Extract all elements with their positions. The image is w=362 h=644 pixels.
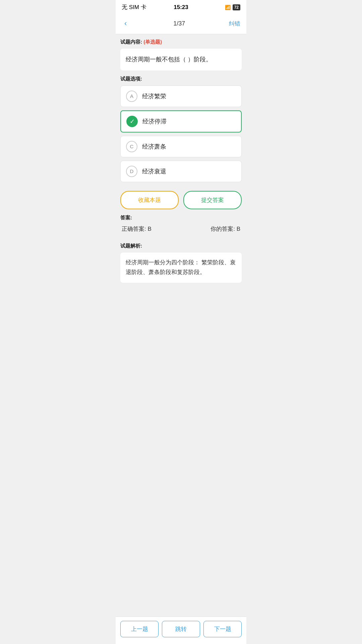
bottom-nav: 上一题 跳转 下一题 xyxy=(116,616,246,644)
question-section: 试题内容: (单选题) 经济周期一般不包括（ ）阶段。 xyxy=(116,34,246,70)
answer-label: 答案: xyxy=(120,215,242,221)
status-icons: 📶 72 xyxy=(225,4,240,10)
option-d-text: 经济衰退 xyxy=(142,167,166,175)
back-button[interactable]: ‹ xyxy=(122,18,129,29)
question-text: 经济周期一般不包括（ ）阶段。 xyxy=(120,49,242,70)
option-a-circle: A xyxy=(126,91,137,102)
your-answer: 你的答案: B xyxy=(210,225,240,233)
status-bar: 无 SIM 卡 15:23 📶 72 xyxy=(116,0,246,13)
sim-status: 无 SIM 卡 xyxy=(122,3,146,11)
prev-button[interactable]: 上一题 xyxy=(120,621,159,637)
option-c-circle: C xyxy=(126,141,137,152)
options-label: 试题选项: xyxy=(120,76,242,82)
battery-indicator: 72 xyxy=(233,4,240,10)
options-section: 试题选项: A 经济繁荣 ✓ 经济停滞 C 经济萧条 D 经济衰退 xyxy=(116,76,246,182)
next-button[interactable]: 下一题 xyxy=(203,621,242,637)
option-d[interactable]: D 经济衰退 xyxy=(120,161,242,182)
analysis-label: 试题解析: xyxy=(120,243,242,249)
time-display: 15:23 xyxy=(174,4,188,11)
option-a[interactable]: A 经济繁荣 xyxy=(120,86,242,107)
analysis-section: 试题解析: 经济周期一般分为四个阶段： 繁荣阶段、衰退阶段、萧条阶段和复苏阶段。 xyxy=(116,243,246,287)
question-section-label: 试题内容: (单选题) xyxy=(120,39,242,45)
option-c[interactable]: C 经济萧条 xyxy=(120,136,242,157)
nav-bar: ‹ 1/37 纠错 xyxy=(116,13,246,34)
error-report-button[interactable]: 纠错 xyxy=(229,20,240,28)
option-d-circle: D xyxy=(126,166,137,177)
question-type-tag: (单选题) xyxy=(143,39,162,45)
main-content: 试题内容: (单选题) 经济周期一般不包括（ ）阶段。 试题选项: A 经济繁荣… xyxy=(116,34,246,616)
correct-answer: 正确答案: B xyxy=(122,225,152,233)
answer-row: 正确答案: B 你的答案: B xyxy=(120,225,242,233)
submit-button[interactable]: 提交答案 xyxy=(183,191,242,209)
collect-button[interactable]: 收藏本题 xyxy=(120,191,179,209)
option-c-text: 经济萧条 xyxy=(142,143,166,151)
analysis-text: 经济周期一般分为四个阶段： 繁荣阶段、衰退阶段、萧条阶段和复苏阶段。 xyxy=(120,253,242,283)
answer-section: 答案: 正确答案: B 你的答案: B xyxy=(116,215,246,243)
option-b-text: 经济停滞 xyxy=(142,117,167,125)
nav-progress: 1/37 xyxy=(173,20,185,27)
action-row: 收藏本题 提交答案 xyxy=(116,185,246,215)
option-b[interactable]: ✓ 经济停滞 xyxy=(120,110,242,132)
option-b-circle: ✓ xyxy=(126,116,138,127)
jump-button[interactable]: 跳转 xyxy=(162,621,200,637)
wifi-icon: 📶 xyxy=(225,5,231,10)
option-a-text: 经济繁荣 xyxy=(142,92,166,100)
